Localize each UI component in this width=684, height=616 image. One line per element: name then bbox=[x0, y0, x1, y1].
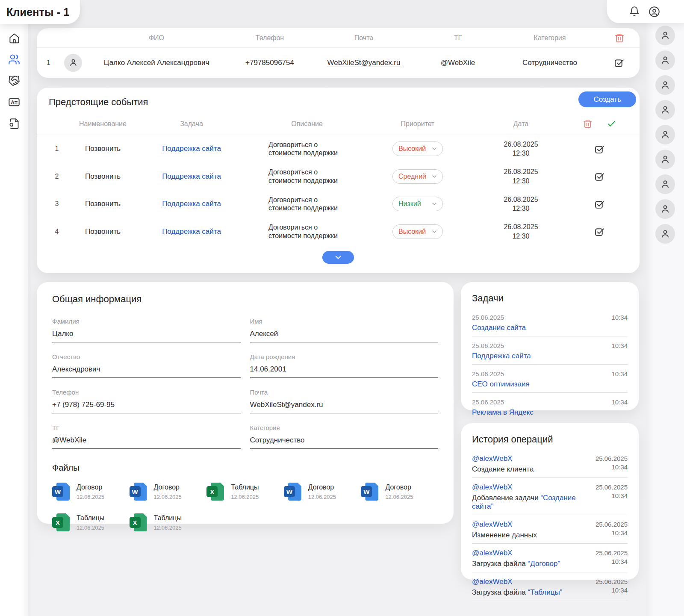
trash-icon[interactable] bbox=[575, 119, 599, 129]
history-user-link[interactable]: @alexWebX bbox=[472, 454, 534, 463]
priority-select[interactable]: Низкий bbox=[392, 197, 443, 211]
client-table: ФИО Телефон Почта ТГ Категория 1 Цалко А… bbox=[37, 28, 640, 78]
field-value[interactable]: Алексей bbox=[250, 330, 439, 342]
col-event-date: Дата bbox=[466, 120, 575, 128]
row-checkbox-icon[interactable] bbox=[614, 57, 625, 68]
event-checkbox-icon[interactable] bbox=[594, 171, 605, 182]
person-icon[interactable] bbox=[655, 150, 675, 169]
file-item[interactable]: WДоговор12.06.2025 bbox=[361, 482, 438, 501]
person-icon[interactable] bbox=[655, 224, 675, 244]
task-date: 25.06.2025 bbox=[472, 398, 504, 406]
history-item: @alexWebX Загрузка файла “Договор” 25.06… bbox=[472, 544, 628, 572]
file-item[interactable]: WДоговор12.06.2025 bbox=[130, 482, 207, 501]
event-date: 26.08.2025 bbox=[466, 195, 575, 204]
clients-icon[interactable] bbox=[8, 53, 21, 66]
file-item[interactable]: XТаблицы12.06.2025 bbox=[52, 513, 130, 532]
field-value[interactable]: +7 (978) 725-69-95 bbox=[52, 401, 241, 413]
expand-events-button[interactable] bbox=[322, 251, 354, 264]
task-link[interactable]: Реклама в Яндекс bbox=[472, 408, 628, 417]
general-info-panel: Общая информация ФамилияЦалко ИмяАлексей… bbox=[37, 282, 454, 524]
event-task-link[interactable]: Поддрежка сайта bbox=[162, 172, 221, 180]
history-action: Загрузка файла bbox=[472, 588, 526, 596]
tasks-title: Задачи bbox=[472, 293, 628, 304]
row-number: 2 bbox=[46, 173, 68, 180]
contact-card-icon[interactable] bbox=[8, 96, 21, 109]
history-time: 10:34 bbox=[596, 529, 628, 537]
priority-select[interactable]: Средний bbox=[392, 169, 443, 184]
field-value[interactable]: Цалко bbox=[52, 330, 241, 342]
file-date: 12.06.2025 bbox=[308, 494, 336, 500]
col-category: Категория bbox=[501, 34, 599, 42]
handshake-icon[interactable] bbox=[8, 74, 21, 87]
col-event-name: Наименование bbox=[68, 120, 138, 128]
file-item[interactable]: WДоговор12.06.2025 bbox=[284, 482, 361, 501]
document-search-icon[interactable] bbox=[8, 117, 21, 130]
task-link[interactable]: Создание сайта bbox=[472, 324, 628, 332]
files-title: Файлы bbox=[52, 463, 438, 473]
priority-value: Низкий bbox=[398, 200, 421, 208]
history-action: Изменение данных bbox=[472, 531, 537, 539]
client-table-header: ФИО Телефон Почта ТГ Категория bbox=[37, 28, 640, 48]
event-checkbox-icon[interactable] bbox=[594, 144, 605, 154]
file-date: 12.06.2025 bbox=[385, 494, 413, 500]
client-email-link[interactable]: WebXileSt@yandex.ru bbox=[327, 59, 401, 67]
history-user-link[interactable]: @alexWebX bbox=[472, 483, 592, 492]
task-item: 25.06.202510:34 Реклама в Яндекс bbox=[472, 393, 628, 421]
file-item[interactable]: XТаблицы12.06.2025 bbox=[206, 482, 284, 501]
event-checkbox-icon[interactable] bbox=[594, 199, 605, 209]
field-value[interactable]: WebXileSt@yandex.ru bbox=[250, 401, 439, 413]
field-label: Отчество bbox=[52, 353, 241, 360]
person-icon[interactable] bbox=[655, 50, 675, 70]
person-icon[interactable] bbox=[655, 125, 675, 144]
event-task-link[interactable]: Поддрежка сайта bbox=[162, 227, 221, 236]
history-user-link[interactable]: @alexWebX bbox=[472, 520, 537, 529]
event-time: 12:30 bbox=[466, 204, 575, 213]
row-number: 4 bbox=[46, 228, 68, 236]
field-value[interactable]: Алексндрович bbox=[52, 365, 241, 378]
bell-icon[interactable] bbox=[629, 6, 640, 17]
tab-clients[interactable]: Клиенты - 1 bbox=[0, 0, 80, 24]
event-task-link[interactable]: Поддрежка сайта bbox=[162, 144, 221, 153]
col-name: ФИО bbox=[86, 34, 227, 42]
person-icon[interactable] bbox=[655, 199, 675, 219]
account-icon[interactable] bbox=[649, 6, 660, 18]
event-task-link[interactable]: Поддрежка сайта bbox=[162, 200, 221, 208]
priority-select[interactable]: Высокий bbox=[392, 141, 443, 156]
person-icon[interactable] bbox=[655, 174, 675, 194]
history-time: 10:34 bbox=[596, 586, 628, 595]
history-action: Создание клиента bbox=[472, 465, 534, 473]
person-icon[interactable] bbox=[655, 75, 675, 95]
history-quoted-link[interactable]: “Договор” bbox=[528, 560, 560, 568]
confirm-check-icon[interactable] bbox=[599, 119, 623, 129]
history-action: Загрузка файла bbox=[472, 560, 526, 568]
person-icon[interactable] bbox=[655, 26, 675, 45]
event-row: 3 Позвонить Поддрежка сайта Договориться… bbox=[37, 190, 640, 218]
history-user-link[interactable]: @alexWebX bbox=[472, 549, 560, 557]
field-value[interactable]: Сотрудничество bbox=[250, 436, 439, 449]
history-quoted-link[interactable]: “Таблицы” bbox=[528, 588, 563, 596]
file-item[interactable]: WДоговор12.06.2025 bbox=[52, 482, 130, 501]
task-link[interactable]: СЕО оптимизаия bbox=[472, 380, 628, 389]
file-item[interactable]: XТаблицы12.06.2025 bbox=[130, 513, 207, 532]
event-name: Позвонить bbox=[68, 227, 138, 236]
field-value[interactable]: @WebXile bbox=[52, 436, 241, 449]
event-name: Позвонить bbox=[68, 144, 138, 153]
priority-select[interactable]: Высокий bbox=[392, 224, 443, 239]
create-event-button[interactable]: Создать bbox=[578, 91, 636, 107]
field-value[interactable]: 14.06.2001 bbox=[250, 365, 439, 378]
task-date: 25.06.2025 bbox=[472, 370, 504, 377]
history-time: 10:34 bbox=[596, 463, 628, 472]
task-link[interactable]: Поддрежка сайта bbox=[472, 352, 628, 360]
event-checkbox-icon[interactable] bbox=[594, 226, 605, 237]
history-date: 25.06.2025 bbox=[596, 578, 628, 586]
home-icon[interactable] bbox=[8, 32, 21, 44]
priority-value: Высокий bbox=[398, 228, 426, 236]
events-table-header: Наименование Задача Описание Приоритет Д… bbox=[37, 119, 640, 135]
person-icon[interactable] bbox=[655, 100, 675, 120]
event-name: Позвонить bbox=[68, 172, 138, 181]
trash-icon[interactable] bbox=[599, 33, 640, 43]
history-user-link[interactable]: @alexWebX bbox=[472, 578, 562, 586]
event-row: 4 Позвонить Поддрежка сайта Договориться… bbox=[37, 218, 640, 246]
history-date: 25.06.2025 bbox=[596, 483, 628, 492]
client-avatar-icon bbox=[64, 54, 82, 72]
